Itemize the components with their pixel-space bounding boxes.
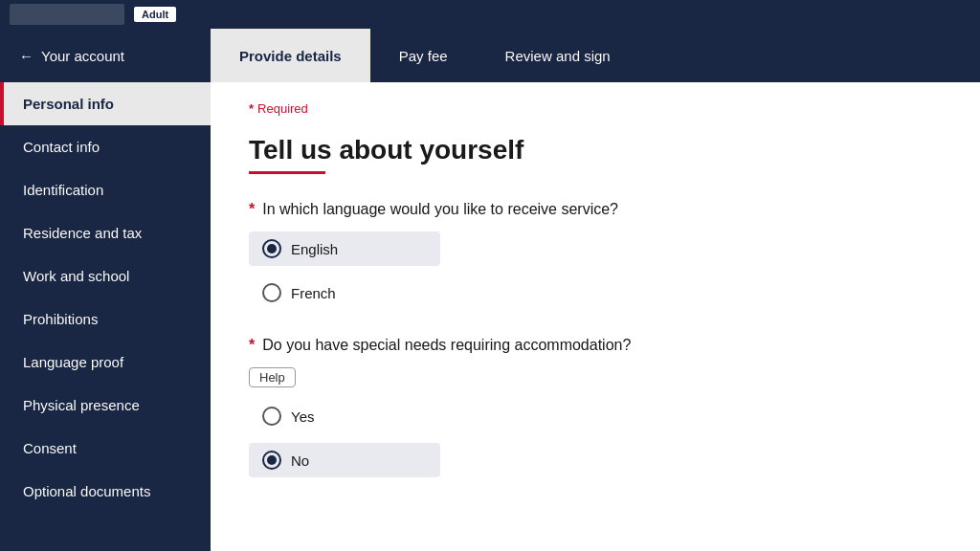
radio-english[interactable]: English — [249, 231, 440, 266]
special-needs-question-label: * Do you have special needs requiring ac… — [249, 337, 942, 354]
language-question-label: * In which language would you like to re… — [249, 201, 942, 218]
sidebar-item-optional-documents[interactable]: Optional documents — [0, 470, 211, 513]
required-note: * Required — [249, 101, 942, 116]
nav-tabs: Provide details Pay fee Review and sign — [211, 29, 639, 82]
radio-circle-english — [262, 239, 281, 258]
special-needs-required-marker: * — [249, 337, 255, 354]
required-text: Required — [257, 101, 308, 116]
language-required-marker: * — [249, 201, 255, 218]
tab-review-sign[interactable]: Review and sign — [477, 29, 639, 82]
language-question-block: * In which language would you like to re… — [249, 201, 942, 310]
radio-circle-no — [262, 451, 281, 470]
section-title: Tell us about yourself — [249, 135, 942, 165]
logo — [10, 4, 124, 25]
top-bar: Adult — [0, 0, 980, 29]
back-to-account[interactable]: ← Your account — [0, 29, 211, 82]
required-asterisk: * — [249, 101, 254, 116]
nav-bar: ← Your account Provide details Pay fee R… — [0, 29, 980, 82]
radio-circle-yes — [262, 407, 281, 426]
sidebar: Personal info Contact info Identificatio… — [0, 82, 211, 551]
sidebar-item-identification[interactable]: Identification — [0, 168, 211, 211]
main-layout: Personal info Contact info Identificatio… — [0, 82, 980, 551]
radio-yes-label: Yes — [291, 408, 314, 425]
main-content: * Required Tell us about yourself * In w… — [211, 82, 980, 551]
radio-no[interactable]: No — [249, 443, 440, 477]
sidebar-item-work-school[interactable]: Work and school — [0, 254, 211, 298]
tab-pay-fee[interactable]: Pay fee — [370, 29, 477, 82]
sidebar-item-contact-info[interactable]: Contact info — [0, 125, 211, 168]
section-title-underline — [249, 171, 325, 174]
sidebar-item-residence-tax[interactable]: Residence and tax — [0, 211, 211, 254]
adult-badge: Adult — [134, 7, 176, 22]
sidebar-item-personal-info[interactable]: Personal info — [0, 82, 211, 125]
sidebar-item-language-proof[interactable]: Language proof — [0, 341, 211, 384]
back-label: Your account — [41, 48, 124, 64]
radio-circle-french — [262, 283, 281, 302]
back-arrow-icon: ← — [19, 48, 33, 64]
special-needs-question-block: * Do you have special needs requiring ac… — [249, 337, 942, 477]
sidebar-item-prohibitions[interactable]: Prohibitions — [0, 298, 211, 341]
tab-provide-details[interactable]: Provide details — [211, 29, 370, 82]
sidebar-item-consent[interactable]: Consent — [0, 427, 211, 470]
radio-english-label: English — [291, 241, 338, 257]
sidebar-item-physical-presence[interactable]: Physical presence — [0, 384, 211, 427]
help-button[interactable]: Help — [249, 367, 296, 387]
radio-no-label: No — [291, 452, 309, 469]
radio-french[interactable]: French — [249, 276, 440, 310]
radio-yes[interactable]: Yes — [249, 399, 440, 433]
radio-french-label: French — [291, 285, 336, 301]
